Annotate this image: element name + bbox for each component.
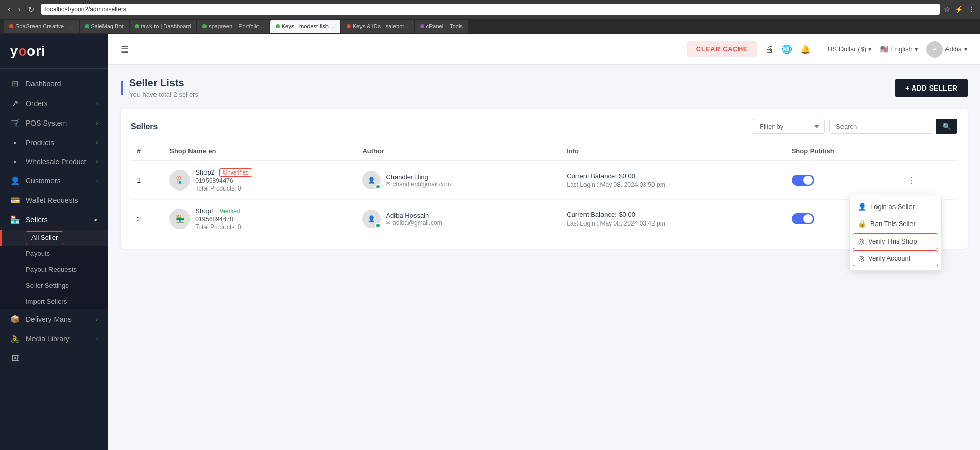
tab-3[interactable]: tawk.to | Dashboard <box>130 20 197 33</box>
url-bar[interactable]: localhost/yoori2/admin/sellers <box>41 4 940 15</box>
main-content: Seller Lists You have total 2 sellers + … <box>108 65 980 450</box>
tab-7[interactable]: cPanel – Tools <box>415 20 468 33</box>
col-num: # <box>131 142 163 161</box>
row-num: 2 <box>131 200 163 238</box>
language-dropdown[interactable]: 🇺🇸 English ▾ <box>880 45 918 53</box>
app: yoori ⊞ Dashboard ↗ Orders › 🛒 POS Syste… <box>0 34 980 450</box>
verify-account-item[interactable]: ◎ Verify Account <box>853 250 938 266</box>
sidebar-item-label: POS System <box>26 119 90 127</box>
tab-1[interactable]: SpaGreen Creative –... <box>4 20 79 33</box>
import-sellers-label: Import Sellers <box>26 298 67 305</box>
user-dropdown[interactable]: A Adiba ▾ <box>926 41 968 58</box>
verify-shop-item[interactable]: ◎ Verify This Shop <box>853 233 938 249</box>
publish-toggle[interactable] <box>792 175 814 186</box>
search-input[interactable] <box>829 119 932 134</box>
delivery-icon: 🚴 <box>10 334 20 343</box>
sidebar-item-dashboard[interactable]: ⊞ Dashboard <box>0 74 108 94</box>
ban-seller-item[interactable]: 🔒 Ban This Seller <box>850 215 941 232</box>
bell-icon[interactable]: 🔔 <box>800 44 811 54</box>
ban-seller-label: Ban This Seller <box>870 220 916 228</box>
back-button[interactable]: ‹ <box>5 4 13 15</box>
row-author: 👤 Chandler Bing ✉ chandler@gmail.com <box>356 161 560 200</box>
extension-icon[interactable]: ⚡ <box>955 5 964 13</box>
sidebar-item-media-library[interactable]: 🖼 <box>0 349 108 368</box>
sidebar-item-label: Media Library <box>26 335 90 343</box>
chevron-right-icon: › <box>96 159 98 164</box>
actions-button[interactable]: ⋮ <box>903 172 920 188</box>
seller-package-icon: 📦 <box>10 315 20 324</box>
header-divider <box>819 43 819 56</box>
sidebar-item-all-seller[interactable]: All Seller <box>0 230 108 246</box>
header: ☰ CLEAR CACHE 🖨 🌐 🔔 US Dollar ($) ▾ 🇺🇸 E… <box>108 34 980 65</box>
refresh-button[interactable]: ↻ <box>25 4 37 15</box>
publish-toggle[interactable] <box>792 213 814 224</box>
verify-shop-label: Verify This Shop <box>868 237 917 245</box>
login-as-seller-item[interactable]: 👤 Login as Seller <box>850 198 941 215</box>
sidebar-item-products[interactable]: ▪ Products › <box>0 133 108 152</box>
online-status-indicator <box>375 184 381 189</box>
sidebar-item-delivery-mans[interactable]: 🚴 Media Library › <box>0 329 108 349</box>
sidebar-item-seller-package[interactable]: 📦 Delivery Mans › <box>0 309 108 329</box>
tab-5[interactable]: Keys - modest-fish-... <box>270 20 340 33</box>
add-seller-button[interactable]: + ADD SELLER <box>895 79 968 97</box>
page-title: Seller Lists <box>129 77 198 89</box>
search-button[interactable]: 🔍 <box>936 119 957 134</box>
sidebar: yoori ⊞ Dashboard ↗ Orders › 🛒 POS Syste… <box>0 34 108 450</box>
menu-icon[interactable]: ⋮ <box>968 5 975 13</box>
sidebar-item-sellers[interactable]: 🏪 Sellers ∨ <box>0 210 108 230</box>
last-login-info: Last Login : May 08, 2024 03:42 pm <box>566 220 779 227</box>
email-icon: ✉ <box>386 181 390 187</box>
table-filters: Filter by 🔍 <box>753 119 957 134</box>
payouts-label: Payouts <box>26 250 50 257</box>
globe-icon[interactable]: 🌐 <box>782 44 792 54</box>
sidebar-item-orders[interactable]: ↗ Orders › <box>0 94 108 113</box>
sidebar-item-import-sellers[interactable]: Import Sellers <box>0 293 108 309</box>
online-status-indicator <box>375 223 381 228</box>
shop-name: Shop1 Verified <box>195 207 241 215</box>
sidebar-item-payout-requests[interactable]: Payout Requests <box>0 262 108 278</box>
col-author: Author <box>356 142 560 161</box>
filter-select[interactable]: Filter by <box>753 119 825 134</box>
chevron-down-icon: ∨ <box>93 218 99 222</box>
clear-cache-button[interactable]: CLEAR CACHE <box>687 41 757 57</box>
tab-2[interactable]: SaleMag Bot <box>80 20 129 33</box>
browser-nav[interactable]: ‹ › ↻ <box>5 4 37 15</box>
sidebar-item-label: Wholesale Product <box>26 158 90 166</box>
sidebar-item-payouts[interactable]: Payouts <box>0 246 108 262</box>
products-icon: ▪ <box>10 138 20 147</box>
balance-info: Current Balance: $0.00 <box>566 172 779 180</box>
wallet-icon: 💳 <box>10 196 20 205</box>
forward-button[interactable]: › <box>15 4 23 15</box>
sidebar-item-wholesale[interactable]: ▪ Wholesale Product › <box>0 152 108 171</box>
row-author: 👤 Adiba Hossain ✉ adiba@gmail.com <box>356 200 560 238</box>
author-email: ✉ chandler@gmail.com <box>386 181 451 188</box>
seller-settings-label: Seller Settings <box>26 282 69 289</box>
table-row: 1 🏪 Shop2 Unverified 019 <box>131 161 957 200</box>
verified-badge: Verified <box>219 207 240 215</box>
hamburger-icon[interactable]: ☰ <box>121 44 129 55</box>
star-icon[interactable]: ☆ <box>944 5 951 13</box>
author-name: Adiba Hossain <box>386 212 442 219</box>
col-actions <box>897 142 957 161</box>
sidebar-item-seller-settings[interactable]: Seller Settings <box>0 278 108 293</box>
print-icon[interactable]: 🖨 <box>765 45 773 54</box>
lock-icon: 🔒 <box>858 220 866 228</box>
browser-icons: ☆ ⚡ ⋮ <box>944 5 975 13</box>
sidebar-item-label: Orders <box>26 99 90 108</box>
sidebar-item-label: Products <box>26 139 90 147</box>
unverified-badge: Unverified <box>219 168 252 177</box>
currency-dropdown[interactable]: US Dollar ($) ▾ <box>828 45 872 53</box>
shop-details: Shop2 Unverified 01956894476 Total Produ… <box>195 168 252 192</box>
row-num: 1 <box>131 161 163 200</box>
tab-4[interactable]: spagreen – Portfolio... <box>197 20 269 33</box>
sidebar-item-wallet[interactable]: 💳 Wallet Requests <box>0 191 108 210</box>
row-info: Current Balance: $0.00 Last Login : May … <box>560 161 785 200</box>
row-publish <box>785 161 897 200</box>
shop-products: Total Products: 0 <box>195 185 252 192</box>
author-name: Chandler Bing <box>386 173 451 181</box>
tab-6[interactable]: Keys & IDs - salebot... <box>341 20 414 33</box>
sidebar-item-pos[interactable]: 🛒 POS System › <box>0 113 108 133</box>
sidebar-item-customers[interactable]: 👤 Customers › <box>0 171 108 191</box>
login-as-seller-label: Login as Seller <box>870 203 915 211</box>
table-row: 2 🏪 Shop1 Verified 01956 <box>131 200 957 238</box>
